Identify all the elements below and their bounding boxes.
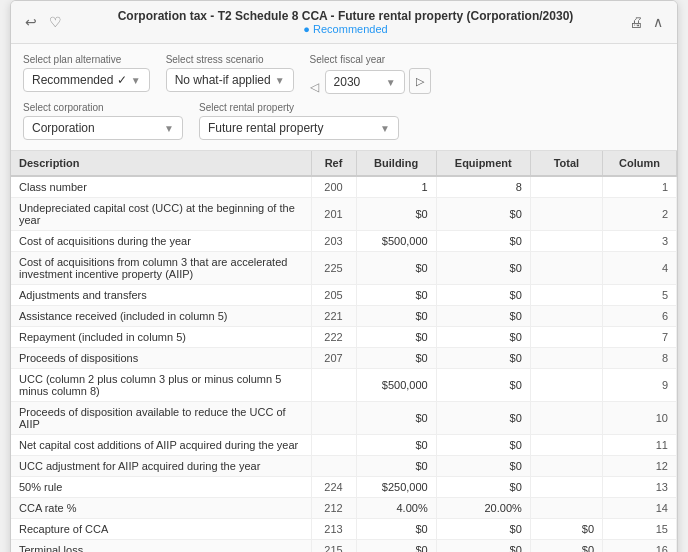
table-row: Recapture of CCA213$0$0$015 bbox=[11, 519, 677, 540]
cell-equipment: $0 bbox=[436, 519, 530, 540]
cell-equipment: $0 bbox=[436, 285, 530, 306]
cell-ref: 207 bbox=[311, 348, 356, 369]
cell-total bbox=[530, 498, 602, 519]
table-row: 50% rule224$250,000$013 bbox=[11, 477, 677, 498]
table-row: Cost of acquisitions from column 3 that … bbox=[11, 252, 677, 285]
corp-value: Corporation bbox=[32, 121, 95, 135]
rental-select[interactable]: Future rental property ▼ bbox=[199, 116, 399, 140]
cell-column: 7 bbox=[603, 327, 677, 348]
cell-column: 11 bbox=[603, 435, 677, 456]
cell-description: 50% rule bbox=[11, 477, 311, 498]
cell-total bbox=[530, 456, 602, 477]
cell-description: Adjustments and transfers bbox=[11, 285, 311, 306]
table-row: CCA rate %2124.00%20.00%14 bbox=[11, 498, 677, 519]
cell-equipment: $0 bbox=[436, 402, 530, 435]
cell-column: 16 bbox=[603, 540, 677, 553]
cell-total bbox=[530, 348, 602, 369]
cell-equipment: $0 bbox=[436, 306, 530, 327]
cell-column: 4 bbox=[603, 252, 677, 285]
print-button[interactable]: 🖨 bbox=[627, 12, 645, 32]
cell-column: 9 bbox=[603, 369, 677, 402]
favorite-button[interactable]: ♡ bbox=[47, 12, 64, 32]
cell-ref: 205 bbox=[311, 285, 356, 306]
table-row: Class number200181 bbox=[11, 176, 677, 198]
collapse-button[interactable]: ∧ bbox=[651, 12, 665, 32]
cell-column: 13 bbox=[603, 477, 677, 498]
cell-equipment: 20.00% bbox=[436, 498, 530, 519]
cell-description: Repayment (included in column 5) bbox=[11, 327, 311, 348]
fiscal-next-button[interactable]: ▷ bbox=[409, 68, 431, 94]
table-row: UCC adjustment for AIIP acquired during … bbox=[11, 456, 677, 477]
cell-column: 2 bbox=[603, 198, 677, 231]
cell-building: 1 bbox=[356, 176, 436, 198]
cell-ref: 215 bbox=[311, 540, 356, 553]
table-row: Undepreciated capital cost (UCC) at the … bbox=[11, 198, 677, 231]
table-row: Repayment (included in column 5)222$0$07 bbox=[11, 327, 677, 348]
cell-building: $250,000 bbox=[356, 477, 436, 498]
cell-total bbox=[530, 231, 602, 252]
cell-equipment: $0 bbox=[436, 369, 530, 402]
cell-column: 12 bbox=[603, 456, 677, 477]
table-body: Class number200181Undepreciated capital … bbox=[11, 176, 677, 552]
cell-equipment: $0 bbox=[436, 456, 530, 477]
fiscal-label: Select fiscal year bbox=[310, 54, 431, 65]
cell-ref bbox=[311, 402, 356, 435]
cell-total: $0 bbox=[530, 540, 602, 553]
table-row: Terminal loss215$0$0$016 bbox=[11, 540, 677, 553]
cell-equipment: $0 bbox=[436, 435, 530, 456]
cell-ref: 225 bbox=[311, 252, 356, 285]
back-button[interactable]: ↩ bbox=[23, 12, 39, 32]
cell-column: 3 bbox=[603, 231, 677, 252]
cell-total bbox=[530, 198, 602, 231]
cell-ref bbox=[311, 435, 356, 456]
cell-total bbox=[530, 252, 602, 285]
cell-total bbox=[530, 477, 602, 498]
data-table: Description Ref Building Equipment Total… bbox=[11, 151, 677, 552]
corp-select[interactable]: Corporation ▼ bbox=[23, 116, 183, 140]
stress-group: Select stress scenario No what-if applie… bbox=[166, 54, 294, 94]
rental-label: Select rental property bbox=[199, 102, 399, 113]
cell-column: 6 bbox=[603, 306, 677, 327]
cell-building: $500,000 bbox=[356, 231, 436, 252]
cell-total bbox=[530, 369, 602, 402]
titlebar-center: Corporation tax - T2 Schedule 8 CCA - Fu… bbox=[64, 9, 627, 35]
cell-total bbox=[530, 327, 602, 348]
fiscal-select[interactable]: 2030 ▼ bbox=[325, 70, 405, 94]
controls-area: Select plan alternative Recommended ✓ ▼ … bbox=[11, 44, 677, 151]
cell-column: 10 bbox=[603, 402, 677, 435]
cell-equipment: 8 bbox=[436, 176, 530, 198]
stress-arrow-icon: ▼ bbox=[275, 75, 285, 86]
plan-arrow-icon: ▼ bbox=[131, 75, 141, 86]
fiscal-group: Select fiscal year ◁ 2030 ▼ ▷ bbox=[310, 54, 431, 94]
stress-select[interactable]: No what-if applied ▼ bbox=[166, 68, 294, 92]
cell-building: $0 bbox=[356, 435, 436, 456]
titlebar: ↩ ♡ Corporation tax - T2 Schedule 8 CCA … bbox=[11, 1, 677, 44]
cell-description: CCA rate % bbox=[11, 498, 311, 519]
fiscal-left-arrow-icon: ◁ bbox=[310, 80, 319, 94]
controls-row-1: Select plan alternative Recommended ✓ ▼ … bbox=[23, 54, 665, 94]
plan-select[interactable]: Recommended ✓ ▼ bbox=[23, 68, 150, 92]
window-title: Corporation tax - T2 Schedule 8 CCA - Fu… bbox=[64, 9, 627, 23]
rental-group: Select rental property Future rental pro… bbox=[199, 102, 399, 140]
col-header-total: Total bbox=[530, 151, 602, 176]
cell-ref: 222 bbox=[311, 327, 356, 348]
cell-total bbox=[530, 176, 602, 198]
plan-group: Select plan alternative Recommended ✓ ▼ bbox=[23, 54, 150, 94]
cell-building: 4.00% bbox=[356, 498, 436, 519]
col-header-building: Building bbox=[356, 151, 436, 176]
cell-equipment: $0 bbox=[436, 477, 530, 498]
cell-description: Proceeds of dispositions bbox=[11, 348, 311, 369]
fiscal-year-group: ◁ 2030 ▼ ▷ bbox=[310, 68, 431, 94]
cell-description: Cost of acquisitions during the year bbox=[11, 231, 311, 252]
table-row: Proceeds of disposition available to red… bbox=[11, 402, 677, 435]
cell-description: Net capital cost additions of AIIP acqui… bbox=[11, 435, 311, 456]
cell-ref: 224 bbox=[311, 477, 356, 498]
titlebar-right: 🖨 ∧ bbox=[627, 12, 665, 32]
cell-total bbox=[530, 435, 602, 456]
cell-ref: 212 bbox=[311, 498, 356, 519]
col-header-column: Column bbox=[603, 151, 677, 176]
table-row: Net capital cost additions of AIIP acqui… bbox=[11, 435, 677, 456]
table-row: Adjustments and transfers205$0$05 bbox=[11, 285, 677, 306]
stress-value: No what-if applied bbox=[175, 73, 271, 87]
table-row: Cost of acquisitions during the year203$… bbox=[11, 231, 677, 252]
